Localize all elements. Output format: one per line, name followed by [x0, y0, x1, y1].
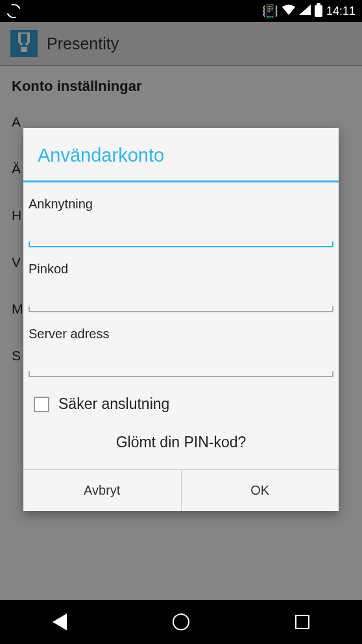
server-input[interactable]: [29, 352, 333, 376]
extension-input[interactable]: [29, 222, 333, 246]
vibrate-icon: 📳: [262, 3, 278, 19]
pin-input[interactable]: [29, 287, 333, 311]
secure-label: Säker anslutning: [58, 395, 169, 413]
input-underline: [29, 376, 333, 377]
spinner-icon: [4, 1, 23, 20]
user-account-dialog: Användarkonto Anknytning Pinkod Server a…: [23, 128, 339, 511]
secure-connection-row[interactable]: Säker anslutning: [29, 385, 333, 422]
forgot-pin-link[interactable]: Glömt din PIN-kod?: [29, 422, 333, 455]
status-time: 14:11: [326, 5, 356, 18]
cancel-button[interactable]: Avbryt: [23, 470, 181, 511]
dialog-title: Användarkonto: [23, 128, 339, 180]
nav-home-icon[interactable]: [173, 613, 189, 630]
input-underline: [29, 246, 333, 247]
pin-label: Pinkod: [29, 255, 333, 280]
nav-recent-icon[interactable]: [295, 615, 309, 629]
input-underline: [29, 311, 333, 312]
ok-button[interactable]: OK: [181, 470, 339, 511]
navigation-bar: [0, 600, 362, 644]
server-label: Server adress: [29, 320, 333, 345]
signal-icon: [299, 5, 311, 18]
nav-back-icon[interactable]: [53, 613, 67, 630]
status-bar: 📳 14:11: [0, 0, 362, 22]
wifi-icon: [282, 5, 295, 18]
secure-checkbox[interactable]: [34, 397, 49, 412]
battery-icon: [315, 5, 322, 17]
extension-label: Anknytning: [29, 190, 333, 216]
